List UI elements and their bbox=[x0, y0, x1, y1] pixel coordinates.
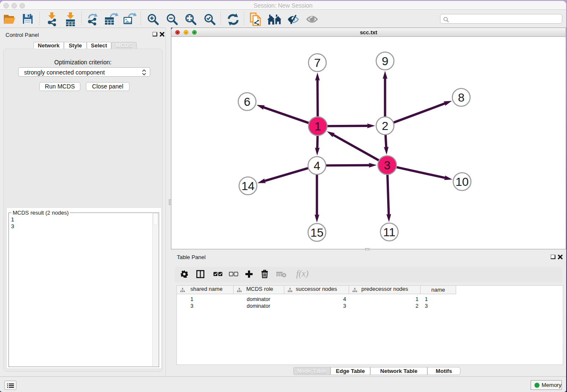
svg-text:3: 3 bbox=[384, 159, 391, 172]
svg-text:2: 2 bbox=[382, 119, 388, 133]
svg-text:11: 11 bbox=[383, 226, 395, 239]
svg-text:7: 7 bbox=[314, 56, 321, 69]
svg-text:8: 8 bbox=[458, 91, 465, 104]
svg-text:9: 9 bbox=[382, 55, 388, 68]
svg-text:6: 6 bbox=[244, 95, 250, 108]
svg-text:15: 15 bbox=[310, 226, 323, 239]
svg-text:4: 4 bbox=[314, 159, 320, 172]
svg-text:14: 14 bbox=[241, 179, 254, 193]
svg-text:1: 1 bbox=[314, 120, 321, 133]
svg-text:10: 10 bbox=[455, 175, 468, 188]
